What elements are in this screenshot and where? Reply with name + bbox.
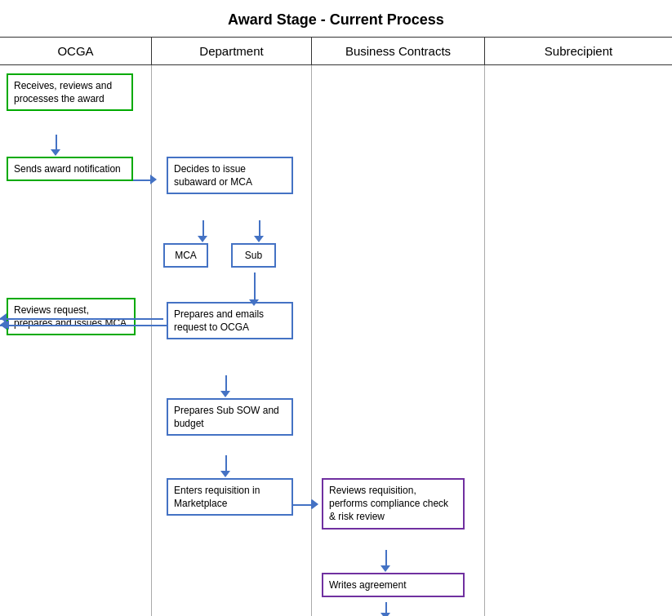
arrow-sub-prepares — [254, 273, 256, 302]
enters-requisition-box: Enters requisition in Marketplace — [167, 478, 293, 516]
arrowhead-sub — [254, 236, 264, 242]
arrowhead-sub-prepares — [249, 299, 259, 306]
lane-ocga: Receives, reviews and processes the awar… — [0, 65, 152, 616]
swimlane-headers: OCGA Department Business Contracts Subre… — [0, 37, 672, 65]
reviews-request-box: Reviews request, prepares and issues MCA — [7, 298, 136, 335]
prepares-sow-box: Prepares Sub SOW and budget — [167, 398, 293, 436]
header-business-contracts: Business Contracts — [312, 38, 485, 64]
swimlane-body: Receives, reviews and processes the awar… — [0, 65, 672, 616]
arrowhead-req — [220, 471, 230, 477]
header-department: Department — [152, 38, 312, 64]
arrowhead-writes — [381, 565, 390, 572]
mca-box: MCA — [163, 243, 208, 268]
lane-subrecipient: Reviews and comments on agreement — [485, 65, 672, 616]
arrow-mca-to-ocga-h — [0, 318, 163, 320]
arrowhead-1 — [51, 149, 60, 156]
header-subrecipient: Subrecipient — [485, 38, 672, 64]
arrowhead-sow — [220, 391, 230, 397]
arrowhead-mca-to-ocga — [0, 313, 7, 323]
arrowhead-sends-to-decides — [150, 175, 157, 184]
header-ocga: OCGA — [0, 38, 152, 64]
page-title: Award Stage - Current Process — [0, 0, 672, 37]
lane-department: Decides to issue subaward or MCA MCA Sub… — [152, 65, 312, 616]
writes-agreement-box: Writes agreement — [322, 573, 465, 597]
sub-box: Sub — [231, 243, 276, 268]
arrowhead-submits — [381, 613, 390, 616]
prepares-emails-box: Prepares and emails request to OCGA — [167, 302, 293, 339]
arrow-h-dept-ocga — [152, 325, 168, 326]
lane-business-contracts: Reviews requisition, performs compliance… — [312, 65, 485, 616]
arrowhead-req-to-bc — [311, 499, 318, 509]
sends-award-box: Sends award notification — [7, 157, 133, 181]
reviews-requisition-box: Reviews requisition, performs compliance… — [322, 478, 465, 530]
decides-issue-box: Decides to issue subaward or MCA — [167, 157, 293, 194]
arrow-down-1 — [56, 135, 57, 151]
arrow-h-to-ocga — [14, 325, 167, 326]
receives-reviews-box: Receives, reviews and processes the awar… — [7, 73, 133, 111]
arrow-sends-to-decides — [133, 179, 152, 181]
arrowhead-mca — [198, 236, 207, 242]
swimlane-container: OCGA Department Business Contracts Subre… — [0, 37, 672, 616]
